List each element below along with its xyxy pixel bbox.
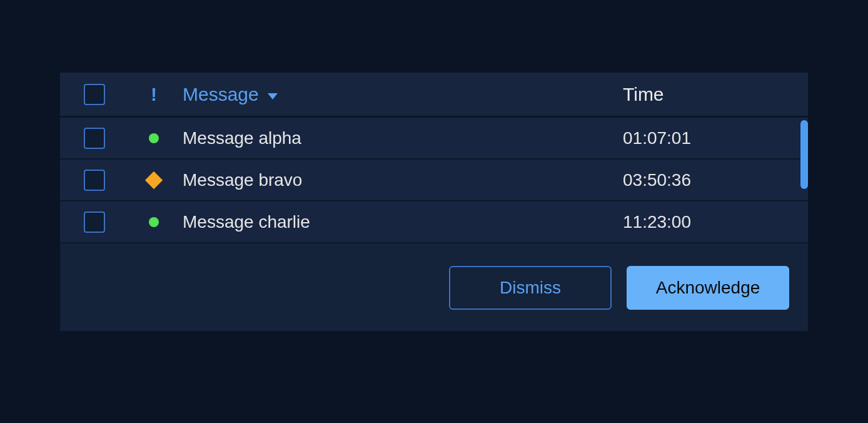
panel-footer: Dismiss Acknowledge <box>60 243 808 331</box>
table-row[interactable]: Message alpha 01:07:01 <box>60 118 808 160</box>
table-header: ! Message Time <box>60 73 808 118</box>
time-column-header[interactable]: Time <box>620 84 808 105</box>
status-ok-icon <box>149 217 159 227</box>
row-checkbox[interactable] <box>84 170 105 191</box>
message-column-header[interactable]: Message <box>179 84 620 105</box>
notification-panel: ! Message Time Message alpha 01:07:01 Me… <box>60 73 808 331</box>
row-message: Message alpha <box>179 128 620 148</box>
row-time: 03:50:36 <box>620 170 808 190</box>
status-column-header-icon[interactable]: ! <box>151 84 157 105</box>
row-message: Message bravo <box>179 170 620 190</box>
table-body: Message alpha 01:07:01 Message bravo 03:… <box>60 118 808 243</box>
message-column-label: Message <box>183 84 259 105</box>
status-warning-icon <box>145 171 163 188</box>
row-checkbox[interactable] <box>84 212 105 233</box>
row-checkbox[interactable] <box>84 128 105 149</box>
time-column-label: Time <box>623 84 664 104</box>
sort-descending-icon <box>268 93 278 99</box>
scrollbar-track[interactable] <box>799 118 808 243</box>
scrollbar-thumb[interactable] <box>800 120 808 189</box>
status-ok-icon <box>149 133 159 143</box>
table-row[interactable]: Message bravo 03:50:36 <box>60 160 808 201</box>
select-all-checkbox[interactable] <box>84 84 105 105</box>
row-time: 11:23:00 <box>620 212 808 232</box>
row-time: 01:07:01 <box>620 128 808 148</box>
dismiss-button[interactable]: Dismiss <box>449 266 612 310</box>
table-row[interactable]: Message charlie 11:23:00 <box>60 201 808 243</box>
row-message: Message charlie <box>179 212 620 232</box>
acknowledge-button[interactable]: Acknowledge <box>627 266 789 310</box>
